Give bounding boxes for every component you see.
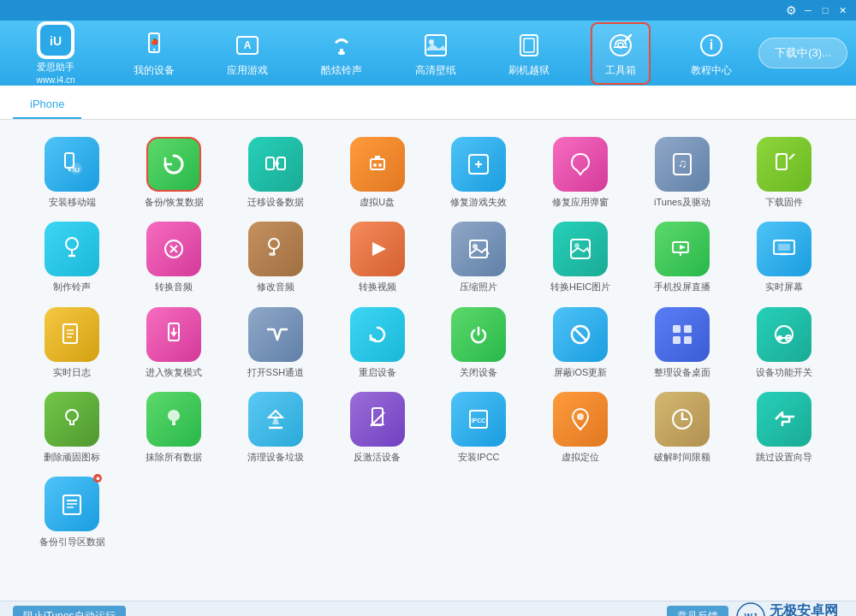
- tool-item-convert-video[interactable]: 转换视频: [330, 222, 424, 293]
- tool-label-convert-audio: 转换音频: [155, 281, 193, 293]
- tool-item-fake-location[interactable]: 虚拟定位: [534, 392, 627, 463]
- tool-item-fix-game[interactable]: 修复游戏失效: [432, 137, 526, 208]
- tool-icon-fix-game: [451, 137, 506, 192]
- tool-item-install-mobile[interactable]: iU安装移动端: [26, 137, 119, 208]
- svg-rect-27: [375, 156, 380, 159]
- minimize-btn[interactable]: ─: [801, 3, 815, 17]
- brand-logo: WJ 无极安卓网 wjhotelgroup.com: [735, 601, 843, 617]
- window-top-bar: ⚙ ─ □ ✕: [0, 0, 856, 21]
- logo-text: 爱思助手: [37, 61, 74, 74]
- svg-text:♫: ♫: [678, 157, 687, 170]
- tool-icon-itunes-driver: ♫: [655, 137, 710, 192]
- bottom-left: 阻止iTunes自动运行: [13, 606, 126, 616]
- tool-icon-block-ios-update: [553, 307, 608, 362]
- tool-item-compress-photo[interactable]: 压缩照片: [432, 222, 526, 293]
- svg-point-8: [338, 51, 345, 55]
- nav-item-tutorials[interactable]: i教程中心: [679, 24, 744, 83]
- tool-item-device-func-switch[interactable]: 设备功能开关: [737, 307, 830, 378]
- tool-label-fix-game: 修复游戏失效: [450, 196, 507, 208]
- tool-item-fix-app-popup[interactable]: 修复应用弹窗: [534, 137, 627, 208]
- tool-label-wipe-all-data: 抹除所有数据: [146, 451, 202, 463]
- tool-label-download-firmware: 下载固件: [765, 196, 803, 208]
- tab-bar: iPhone: [0, 86, 856, 120]
- settings-icon[interactable]: ⚙: [784, 3, 798, 17]
- maximize-btn[interactable]: □: [818, 3, 832, 17]
- svg-rect-65: [673, 325, 681, 333]
- svg-line-64: [574, 329, 586, 341]
- tool-item-block-ios-update[interactable]: 屏蔽iOS更新: [534, 307, 627, 378]
- itunes-button[interactable]: 阻止iTunes自动运行: [13, 606, 126, 616]
- tool-item-break-time-limit[interactable]: 破解时间限额: [636, 392, 729, 463]
- download-button[interactable]: 下载中(3)...: [758, 38, 847, 68]
- close-btn[interactable]: ✕: [835, 3, 849, 17]
- tool-label-skip-setup: 跳过设置向导: [756, 451, 812, 463]
- tool-item-wipe-all-data[interactable]: 抹除所有数据: [128, 392, 221, 463]
- tool-icon-wipe-all-data: [146, 392, 201, 447]
- nav-item-app-games[interactable]: A应用游戏: [215, 24, 280, 83]
- svg-rect-87: [63, 495, 80, 514]
- tool-icon-convert-audio: [146, 222, 201, 276]
- tool-icon-ssh-tunnel: [248, 307, 303, 362]
- tool-item-delete-stubborn-icon[interactable]: 删除顽固图标: [26, 392, 119, 463]
- feedback-button[interactable]: 意见反馈: [667, 606, 728, 616]
- svg-point-83: [577, 413, 584, 420]
- tool-icon-real-screen: [757, 222, 811, 276]
- svg-text:iU: iU: [50, 34, 62, 48]
- tool-item-migrate-data[interactable]: 迁移设备数据: [229, 137, 323, 208]
- tool-label-make-ringtone: 制作铃声: [53, 281, 91, 293]
- tool-label-device-func-switch: 设备功能开关: [756, 366, 812, 378]
- tool-label-itunes-driver: iTunes及驱动: [654, 196, 710, 208]
- tool-label-real-log: 实时日志: [53, 366, 91, 378]
- svg-text:i: i: [710, 38, 713, 52]
- tool-item-restart-device[interactable]: 重启设备: [330, 307, 424, 378]
- svg-text:iU: iU: [73, 166, 80, 174]
- nav-item-wallpaper[interactable]: 高清壁纸: [403, 24, 468, 83]
- app-games-icon: A: [231, 29, 264, 62]
- tool-item-real-screen[interactable]: 实时屏幕: [737, 222, 830, 293]
- tool-item-screen-cast[interactable]: 手机投屏直播: [636, 222, 729, 293]
- my-device-icon: 🍎: [138, 29, 170, 62]
- tool-item-skip-setup[interactable]: 跳过设置向导: [737, 392, 830, 463]
- tutorials-icon: i: [695, 29, 728, 62]
- tool-item-clean-device-trash[interactable]: 清理设备垃圾: [229, 392, 323, 463]
- main-content: iU安装移动端备份/恢复数据迁移设备数据虚拟U盘修复游戏失效修复应用弹窗♫iTu…: [0, 120, 856, 601]
- tool-item-convert-audio[interactable]: 转换音频: [128, 222, 221, 293]
- tool-item-organize-desktop[interactable]: 整理设备桌面: [636, 307, 729, 378]
- tool-icon-migrate-data: [248, 137, 303, 192]
- tool-icon-device-func-switch: [757, 307, 811, 362]
- jailbreak-icon: [513, 29, 545, 62]
- svg-point-71: [777, 335, 782, 341]
- tool-icon-break-time-limit: [655, 392, 710, 447]
- tool-label-install-ipcc: 安装IPCC: [458, 451, 499, 463]
- tab-iphone[interactable]: iPhone: [13, 91, 81, 119]
- tool-item-make-ringtone[interactable]: 制作铃声: [26, 222, 119, 293]
- tool-item-download-firmware[interactable]: 下载固件: [737, 137, 830, 208]
- nav-item-toolbox[interactable]: 工具箱: [591, 22, 651, 85]
- tool-item-ssh-tunnel[interactable]: 打开SSH通道: [229, 307, 323, 378]
- tool-item-shutdown-device[interactable]: 关闭设备: [432, 307, 526, 378]
- toolbox-icon: [604, 29, 637, 62]
- tool-icon-install-ipcc: IPCC: [451, 392, 506, 447]
- tool-item-install-ipcc[interactable]: IPCC安装IPCC: [432, 392, 526, 463]
- svg-point-10: [429, 39, 434, 44]
- tool-item-itunes-driver[interactable]: ♫iTunes及驱动: [636, 137, 729, 208]
- svg-rect-9: [425, 35, 446, 56]
- nav-item-ringtones[interactable]: 酷炫铃声: [309, 24, 374, 83]
- tool-label-recovery-mode: 进入恢复模式: [146, 366, 202, 378]
- nav-item-jailbreak[interactable]: 刷机越狱: [496, 24, 562, 83]
- tool-item-recovery-mode[interactable]: 进入恢复模式: [128, 307, 221, 378]
- tool-item-backup-partition[interactable]: ●备份引导区数据: [26, 477, 119, 548]
- tool-icon-clean-device-trash: [248, 392, 303, 447]
- tool-label-backup-partition: 备份引导区数据: [39, 536, 105, 548]
- tool-item-virtual-udisk[interactable]: 虚拟U盘: [330, 137, 424, 208]
- nav-item-my-device[interactable]: 🍎我的设备: [122, 24, 187, 83]
- tool-item-convert-heic[interactable]: 转换HEIC图片: [534, 222, 627, 293]
- tool-item-edit-audio[interactable]: 修改音频: [229, 222, 323, 293]
- ringtones-label: 酷炫铃声: [321, 63, 362, 78]
- tool-item-backup-restore[interactable]: 备份/恢复数据: [128, 137, 221, 208]
- svg-text:A: A: [244, 39, 252, 51]
- tool-item-real-log[interactable]: 实时日志: [26, 307, 119, 378]
- tool-item-deactivate-device[interactable]: 反激活设备: [330, 392, 424, 463]
- svg-marker-51: [680, 245, 686, 250]
- tool-icon-download-firmware: [757, 137, 811, 192]
